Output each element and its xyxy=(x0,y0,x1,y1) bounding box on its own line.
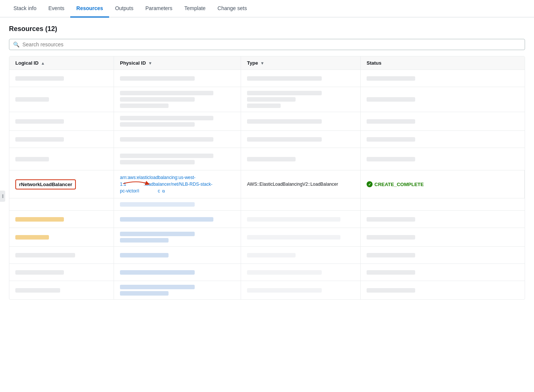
cell-type xyxy=(241,228,361,246)
cell-status xyxy=(361,131,525,148)
cell-status xyxy=(361,198,525,210)
table-row xyxy=(9,264,525,281)
cell-type xyxy=(241,198,361,210)
cell-logical-id xyxy=(9,148,114,170)
cell-logical-id xyxy=(9,112,114,130)
tab-change-sets[interactable]: Change sets xyxy=(212,0,253,18)
table-row xyxy=(9,131,525,148)
cell-type xyxy=(241,131,361,148)
main-content: Resources (12) 🔍 Logical ID ▲ Physical I… xyxy=(0,18,534,307)
highlighted-row-network-lb: rNetworkLoadBalancer arn:aws:elasticload… xyxy=(9,170,525,198)
cell-physical-id xyxy=(114,148,241,170)
cell-type xyxy=(241,247,361,263)
cell-logical-id xyxy=(9,281,114,299)
cell-logical-id-highlighted: rNetworkLoadBalancer xyxy=(9,170,114,198)
cell-status-highlighted: ✓ CREATE_COMPLETE xyxy=(361,170,525,198)
cell-type-highlighted: AWS::ElasticLoadBalancingV2::LoadBalance… xyxy=(241,170,361,198)
cell-status xyxy=(361,87,525,112)
cell-type xyxy=(241,87,361,112)
cell-status xyxy=(361,112,525,130)
tab-events[interactable]: Events xyxy=(42,0,70,18)
cell-physical-id xyxy=(114,264,241,281)
tab-resources[interactable]: Resources xyxy=(70,0,109,18)
resource-count: (12) xyxy=(45,25,57,33)
resources-table: Logical ID ▲ Physical ID ▼ Type ▼ Status xyxy=(9,56,525,300)
external-link-icon: ⧉ xyxy=(162,189,165,193)
status-create-complete: ✓ CREATE_COMPLETE xyxy=(367,181,424,187)
table-row xyxy=(9,228,525,247)
section-title: Resources (12) xyxy=(9,25,525,33)
cell-physical-id xyxy=(114,198,241,210)
col-status: Status xyxy=(361,56,525,70)
cell-physical-id xyxy=(114,281,241,299)
cell-status xyxy=(361,264,525,281)
cell-status xyxy=(361,247,525,263)
cell-type xyxy=(241,70,361,87)
table-row xyxy=(9,70,525,87)
table-row xyxy=(9,198,525,211)
cell-physical-id xyxy=(114,112,241,130)
tab-parameters[interactable]: Parameters xyxy=(139,0,178,18)
col-logical-id-label: Logical ID xyxy=(15,60,38,66)
cell-logical-id xyxy=(9,247,114,263)
cell-physical-id xyxy=(114,247,241,263)
table-header: Logical ID ▲ Physical ID ▼ Type ▼ Status xyxy=(9,56,525,70)
search-bar[interactable]: 🔍 xyxy=(9,39,525,50)
col-physical-id-label: Physical ID xyxy=(120,60,146,66)
col-logical-id[interactable]: Logical ID ▲ xyxy=(9,56,114,70)
cell-status xyxy=(361,281,525,299)
table-row xyxy=(9,87,525,112)
logical-id-highlighted: rNetworkLoadBalancer xyxy=(15,179,76,189)
col-physical-id[interactable]: Physical ID ▼ xyxy=(114,56,241,70)
cell-status xyxy=(361,70,525,87)
cell-type xyxy=(241,281,361,299)
cell-logical-id xyxy=(9,131,114,148)
cell-status xyxy=(361,211,525,228)
cell-type xyxy=(241,211,361,228)
tab-template[interactable]: Template xyxy=(178,0,212,18)
cell-logical-id xyxy=(9,198,114,210)
tab-stack-info[interactable]: Stack info xyxy=(7,0,42,18)
cell-logical-id xyxy=(9,87,114,112)
sort-desc-icon-physical: ▼ xyxy=(148,61,152,65)
cell-logical-id xyxy=(9,264,114,281)
sort-desc-icon-type: ▼ xyxy=(260,61,264,65)
cell-logical-id xyxy=(9,211,114,228)
cell-physical-id xyxy=(114,228,241,246)
cell-logical-id xyxy=(9,228,114,246)
cell-type xyxy=(241,148,361,170)
tab-outputs[interactable]: Outputs xyxy=(109,0,139,18)
sort-asc-icon: ▲ xyxy=(41,61,45,65)
tabs-bar: Stack info Events Resources Outputs Para… xyxy=(0,0,534,18)
cell-physical-id xyxy=(114,70,241,87)
check-circle-icon: ✓ xyxy=(367,181,373,187)
cell-status xyxy=(361,228,525,246)
cell-status xyxy=(361,148,525,170)
table-row xyxy=(9,211,525,228)
col-status-label: Status xyxy=(367,60,382,66)
page-wrapper: ‖ Stack info Events Resources Outputs Pa… xyxy=(0,0,534,307)
search-input[interactable] xyxy=(22,41,521,47)
cell-logical-id xyxy=(9,70,114,87)
cell-physical-id xyxy=(114,131,241,148)
table-row xyxy=(9,281,525,299)
table-row xyxy=(9,148,525,170)
type-value: AWS::ElasticLoadBalancingV2::LoadBalance… xyxy=(247,182,338,187)
cell-type xyxy=(241,112,361,130)
physical-id-link[interactable]: arn:aws:elasticloadbalancing:us-west- 1:… xyxy=(120,174,212,194)
table-row xyxy=(9,112,525,131)
col-type[interactable]: Type ▼ xyxy=(241,56,361,70)
resize-handle[interactable]: ‖ xyxy=(0,191,5,202)
cell-physical-id-highlighted: arn:aws:elasticloadbalancing:us-west- 1:… xyxy=(114,170,241,198)
cell-physical-id xyxy=(114,87,241,112)
cell-type xyxy=(241,264,361,281)
search-icon: 🔍 xyxy=(13,41,19,47)
col-type-label: Type xyxy=(247,60,258,66)
status-label: CREATE_COMPLETE xyxy=(374,182,424,187)
cell-physical-id xyxy=(114,211,241,228)
table-row xyxy=(9,247,525,264)
